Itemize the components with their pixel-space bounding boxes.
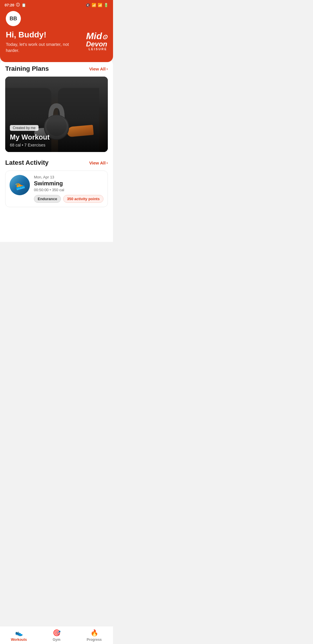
training-card[interactable]: Created by me My Workout 68 cal • 7 Exer… <box>5 77 108 152</box>
wifi-icon: 📶 <box>92 3 96 7</box>
header: BB Hi, Buddy! Today, let's work out smar… <box>0 9 113 62</box>
signal-icon: 📶 <box>98 3 102 7</box>
status-bar: 07:20 ⓘ 📋 🔇 📶 📶 🔋 <box>0 0 113 9</box>
header-content: Hi, Buddy! Today, let's work out smarter… <box>6 30 107 53</box>
chevron-right-icon: › <box>106 66 108 71</box>
latest-activity-chevron-icon: › <box>106 160 108 165</box>
nav-spacer <box>0 207 113 242</box>
latest-activity-view-all[interactable]: View All › <box>89 160 108 165</box>
logo-area: Mid⊙ Devon LEISURE <box>86 31 107 51</box>
battery-icon: 🔋 <box>104 3 108 7</box>
training-plans-header: Training Plans View All › <box>0 65 113 73</box>
task-icon: 📋 <box>21 3 26 7</box>
latest-activity-section: Latest Activity View All › 🏊 Mon, Apr 13… <box>0 159 113 207</box>
activity-tags: Endurance 350 activity points <box>34 195 103 203</box>
card-meta: 68 cal • 7 Exercises <box>10 143 103 147</box>
status-right: 🔇 📶 📶 🔋 <box>85 3 108 7</box>
card-title: My Workout <box>10 133 103 141</box>
points-tag: 350 activity points <box>63 195 103 203</box>
main-content: Training Plans View All › <box>0 59 113 242</box>
training-card-wrapper: Created by me My Workout 68 cal • 7 Exer… <box>0 77 113 152</box>
training-plans-view-all[interactable]: View All › <box>89 66 108 71</box>
status-time: 07:20 <box>5 3 14 7</box>
training-plans-title: Training Plans <box>5 65 49 73</box>
header-text: Hi, Buddy! Today, let's work out smarter… <box>6 30 70 53</box>
card-badge: Created by me <box>10 125 39 131</box>
logo-sub: LEISURE <box>89 48 107 51</box>
logo-swirl: Mid⊙ <box>86 31 107 41</box>
subtext: Today, let's work out smarter, not harde… <box>6 41 70 53</box>
endurance-tag: Endurance <box>34 195 61 203</box>
logo-line2: Devon <box>86 41 107 48</box>
activity-stats: 00:50:00 • 350 cal <box>34 188 103 192</box>
activity-date: Mon, Apr 13 <box>34 175 103 179</box>
activity-name: Swimming <box>34 180 103 187</box>
activity-info: Mon, Apr 13 Swimming 00:50:00 • 350 cal … <box>34 175 103 203</box>
mute-icon: 🔇 <box>85 3 90 7</box>
latest-activity-header: Latest Activity View All › <box>0 159 113 167</box>
latest-activity-title: Latest Activity <box>5 159 49 167</box>
info-icon: ⓘ <box>16 2 20 8</box>
activity-card[interactable]: 🏊 Mon, Apr 13 Swimming 00:50:00 • 350 ca… <box>5 171 108 207</box>
activity-image: 🏊 <box>10 175 30 195</box>
status-left: 07:20 ⓘ 📋 <box>5 2 26 8</box>
card-overlay: Created by me My Workout 68 cal • 7 Exer… <box>5 120 108 152</box>
avatar: BB <box>6 11 21 26</box>
greeting: Hi, Buddy! <box>6 30 70 39</box>
